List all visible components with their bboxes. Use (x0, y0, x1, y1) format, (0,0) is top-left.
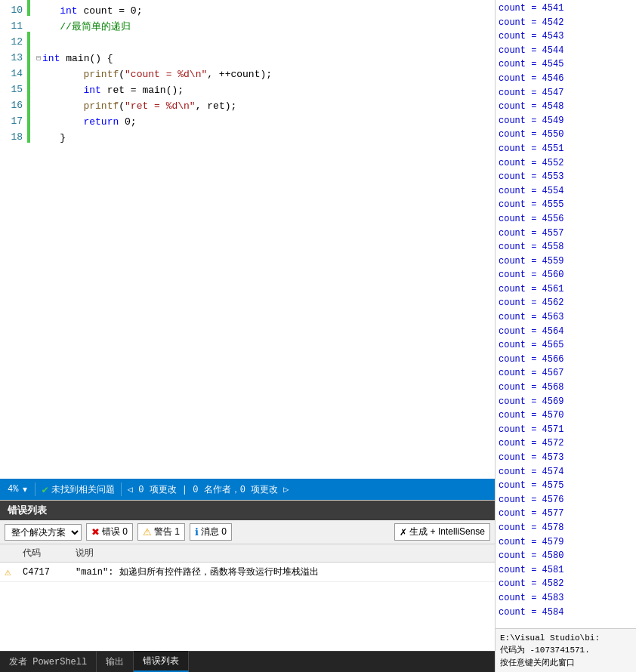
info-count-label: 消息 0 (201, 526, 227, 538)
code-line (30, 35, 495, 51)
output-line: count = 4583 (499, 591, 633, 606)
output-line: count = 4555 (499, 198, 633, 212)
output-panel: count = 4541count = 4542count = 4543coun… (495, 0, 636, 672)
bottom-tab[interactable]: 输出 (97, 651, 134, 672)
build-button[interactable]: ✗ 生成 + IntelliSense (394, 523, 490, 541)
output-line: count = 4551 (499, 142, 633, 156)
zoom-down-button[interactable]: ▾ (21, 484, 29, 495)
table-row[interactable]: ⚠ C4717 "main": 如递归所有控件路径，函数将导致运行时堆栈溢出 (0, 563, 495, 582)
output-line: count = 4581 (499, 563, 633, 578)
output-line: count = 4541 (499, 2, 633, 16)
code-line: printf("count = %d\n", ++count); (30, 66, 495, 82)
error-count-button[interactable]: ✖ 错误 0 (86, 523, 133, 541)
code-line: } (30, 130, 495, 146)
output-line: count = 4567 (499, 366, 633, 381)
code-token: count = 0; (78, 3, 143, 19)
info-count-button[interactable]: ℹ 消息 0 (190, 523, 232, 541)
code-token: main() { (60, 51, 113, 66)
code-token: int (60, 3, 77, 19)
output-line: count = 4569 (499, 395, 633, 409)
code-line: int count = 0; (30, 3, 495, 19)
code-token (36, 98, 83, 114)
build-label: 生成 + IntelliSense (409, 526, 485, 538)
output-lines[interactable]: count = 4541count = 4542count = 4543coun… (496, 0, 636, 628)
line-number: 15 (6, 82, 23, 98)
output-line: count = 4575 (499, 479, 633, 493)
col-desc-header: 说明 (76, 547, 490, 559)
status-bar: 4% ▾ ✔ 未找到相关问题 ◁ 0 项更改 | 0 名作者，0 项更改 ▷ (0, 479, 495, 500)
output-line: count = 4553 (499, 170, 633, 184)
code-token: , ++count); (207, 66, 272, 82)
output-line: count = 4549 (499, 114, 633, 128)
status-divider-2 (121, 482, 122, 496)
zoom-control: 4% ▾ (8, 484, 29, 495)
code-lines: int count = 0; //最简单的递归 ⊟int main() { pr… (30, 0, 495, 479)
git-text: ◁ 0 项更改 | 0 名作者，0 项更改 ▷ (128, 483, 289, 496)
line-number: 10 (6, 3, 23, 19)
output-line: count = 4576 (499, 493, 633, 507)
error-table-header: 代码 说明 (0, 544, 495, 563)
build-icon: ✗ (400, 527, 407, 538)
code-token: } (36, 130, 66, 146)
scope-select[interactable]: 整个解决方案 (5, 524, 82, 541)
line-numbers: 101112131415161718 (0, 0, 27, 479)
line-number: 18 (6, 130, 23, 146)
output-bottom: E:\Visual Studio\bi:代码为 -1073741571.按任意键… (496, 628, 636, 673)
output-line: count = 4542 (499, 16, 633, 30)
code-token: "count = %d\n" (125, 66, 207, 82)
main-area: 101112131415161718 int count = 0; //最简单的… (0, 0, 636, 672)
code-token: printf (83, 98, 119, 114)
error-panel-toolbar: 整个解决方案 ✖ 错误 0 ⚠ 警告 1 ℹ 消息 0 ✗ 生成 + Intel… (0, 520, 495, 544)
output-line: count = 4565 (499, 338, 633, 353)
code-token: return (83, 114, 119, 130)
output-line: count = 4562 (499, 296, 633, 310)
error-panel-header: 错误列表 (0, 501, 495, 520)
output-line: count = 4558 (499, 240, 633, 254)
info-icon: ℹ (195, 526, 199, 538)
code-token (36, 114, 83, 130)
col-code-header: 代码 (23, 547, 76, 559)
error-table: 代码 说明 ⚠ C4717 "main": 如递归所有控件路径，函数将导致运行时… (0, 544, 495, 651)
line-number: 12 (6, 35, 23, 51)
warn-triangle-icon: ⚠ (5, 566, 23, 578)
output-line: count = 4560 (499, 268, 633, 282)
error-panel-title: 错误列表 (8, 504, 47, 517)
output-line: count = 4573 (499, 451, 633, 465)
bottom-tabs: 发者 PowerShell输出错误列表 (0, 651, 495, 672)
code-editor: 101112131415161718 int count = 0; //最简单的… (0, 0, 495, 672)
code-token: int (42, 51, 60, 66)
warn-count-button[interactable]: ⚠ 警告 1 (137, 523, 185, 541)
error-panel: 错误列表 整个解决方案 ✖ 错误 0 ⚠ 警告 1 ℹ 消息 0 (0, 500, 495, 651)
output-line: count = 4582 (499, 577, 633, 591)
output-line: count = 4574 (499, 465, 633, 479)
code-token: int (83, 82, 100, 98)
output-line: count = 4554 (499, 184, 633, 199)
code-token: printf (83, 66, 119, 82)
output-line: count = 4557 (499, 227, 633, 241)
code-line: int ret = main(); (30, 82, 495, 98)
code-token: //最简单的递归 (60, 19, 131, 35)
status-check: ✔ 未找到相关问题 (42, 483, 114, 496)
output-line: count = 4578 (499, 521, 633, 535)
error-icon: ✖ (91, 526, 100, 538)
line-number: 14 (6, 66, 23, 82)
code-token: ret = main(); (101, 82, 184, 98)
output-line: count = 4559 (499, 254, 633, 269)
output-line: count = 4552 (499, 156, 633, 171)
zoom-value: 4% (8, 484, 18, 495)
collapse-icon[interactable]: ⊟ (36, 51, 41, 66)
output-line: count = 4545 (499, 57, 633, 72)
bottom-tab[interactable]: 错误列表 (134, 651, 189, 672)
code-line: //最简单的递归 (30, 19, 495, 35)
error-code: C4717 (23, 567, 76, 578)
line-number: 11 (6, 19, 23, 35)
output-line: count = 4584 (499, 606, 633, 620)
git-info: ◁ 0 项更改 | 0 名作者，0 项更改 ▷ (128, 483, 289, 496)
check-icon: ✔ (42, 483, 48, 496)
output-line: count = 4547 (499, 86, 633, 100)
output-line: count = 4556 (499, 212, 633, 227)
code-token (36, 3, 60, 19)
output-line: count = 4550 (499, 128, 633, 142)
code-token (36, 66, 83, 82)
bottom-tab[interactable]: 发者 PowerShell (0, 651, 97, 672)
